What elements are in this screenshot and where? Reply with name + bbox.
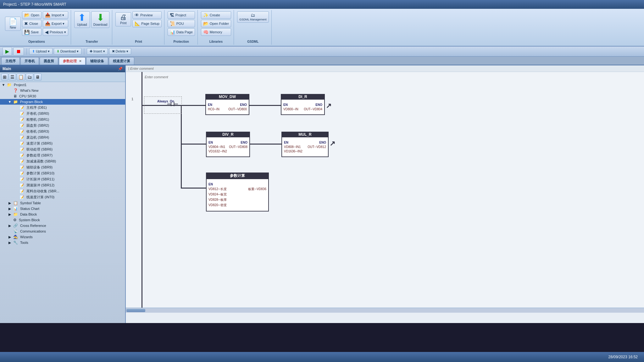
sidebar-item-main_ob1[interactable]: 📝主程序 (DB1) bbox=[0, 105, 125, 111]
sidebar-item-whats_new[interactable]: ❓What's New bbox=[0, 88, 125, 93]
sidebar-item-coiler_sbr3[interactable]: 📝收卷机 (SBR3) bbox=[0, 129, 125, 134]
sidebar-item-linespeed_int0[interactable]: 📝线速度计算 (INT0) bbox=[0, 194, 125, 200]
tree-expand-status_chart[interactable]: ▶ bbox=[8, 207, 12, 211]
sidebar-item-comms[interactable]: 📡Communications bbox=[0, 228, 125, 234]
tree-expand-symbol_table[interactable]: ▶ bbox=[8, 201, 12, 205]
save-button[interactable]: 💾 Save bbox=[22, 28, 42, 36]
tab-main-prog[interactable]: 主程序 bbox=[1, 57, 20, 65]
tree-expand-tools[interactable]: ▶ bbox=[8, 241, 12, 245]
mul-r-title: MUL_R bbox=[281, 132, 329, 137]
upload-button[interactable]: ⬆ Upload bbox=[74, 11, 90, 28]
sidebar-header: Main 📌 bbox=[0, 65, 125, 72]
delete-toolbar-button[interactable]: ✖ Delete ▾ bbox=[109, 48, 131, 55]
tree-icon-unwinder_sbr0: 📝 bbox=[19, 112, 24, 116]
mov-dw-hc0: HC0─IN bbox=[208, 107, 219, 111]
previous-button[interactable]: ◀ Previous ▾ bbox=[43, 28, 68, 36]
sidebar-item-circular_sbr2[interactable]: 📝圆盘剪 (SBR2) bbox=[0, 123, 125, 129]
sidebar-item-accel_sbr8[interactable]: 📝加减速函数 (SBR8) bbox=[0, 158, 125, 164]
sidebar-item-cpu_sr30[interactable]: 🖥CPU SR30 bbox=[0, 93, 125, 99]
preview-button[interactable]: 👁 Preview bbox=[132, 11, 162, 19]
tree-icon-aux_sbr9: 📝 bbox=[19, 165, 24, 170]
sidebar-item-program_block[interactable]: ▼📁Program Block bbox=[0, 99, 125, 105]
tree-label-linespeed_int0: 线速度计算 (INT0) bbox=[26, 195, 54, 200]
import-button[interactable]: 📥 Import ▾ bbox=[43, 11, 68, 19]
gsdml-button[interactable]: 🗂 GSDML Management bbox=[237, 11, 269, 23]
tree-label-program_block: Program Block bbox=[20, 100, 43, 104]
tree-expand-data_block[interactable]: ▶ bbox=[8, 212, 12, 217]
sidebar-item-length_sbr11[interactable]: 📝计长脉冲 (SBR11) bbox=[0, 176, 125, 182]
tree-expand-project1[interactable]: ▼ bbox=[1, 83, 6, 87]
sidebar-item-roughen_sbr1[interactable]: 📝粗整机 (SBR1) bbox=[0, 117, 125, 123]
main-area: Main 📌 ⊞ ☰ 📋 🗂 🖥 ▼📁Project1 ❓What's New … bbox=[0, 65, 644, 323]
rung-comment[interactable]: Enter comment bbox=[145, 75, 168, 79]
sidebar-item-wizards[interactable]: ▶🧙Wizards bbox=[0, 234, 125, 240]
export-button[interactable]: 📤 Export ▾ bbox=[43, 20, 68, 27]
tree-icon-coiler_sbr3: 📝 bbox=[19, 129, 24, 134]
sidebar-item-unwinder_sbr0[interactable]: 📝开卷机 (SBR0) bbox=[0, 111, 125, 117]
new-icon: 📄 bbox=[9, 18, 17, 25]
project-button[interactable]: 🏗 Project bbox=[168, 11, 195, 19]
memory-button[interactable]: 🧠 Memory bbox=[201, 28, 231, 36]
run-button[interactable]: ▶ bbox=[3, 47, 12, 56]
sidebar-item-symbol_table[interactable]: ▶📋Symbol Table bbox=[0, 200, 125, 206]
sidebar-item-paramcalc_sbr10[interactable]: 📝参数计算 (SBR10) bbox=[0, 170, 125, 176]
sidebar-item-project1[interactable]: ▼📁Project1 bbox=[0, 82, 125, 88]
sidebar-item-data_block[interactable]: ▶📁Data Block bbox=[0, 211, 125, 217]
sidebar-tool-4[interactable]: 🗂 bbox=[26, 74, 33, 80]
sidebar-item-system_block[interactable]: ⚙System Block bbox=[0, 217, 125, 223]
div-r-vd804-in1: VD804─IN1 bbox=[208, 145, 225, 149]
scrollbar-thumb[interactable] bbox=[126, 309, 145, 312]
sidebar-item-speed_sbr12[interactable]: 📝测速脉冲 (SBR12) bbox=[0, 182, 125, 188]
ribbon-group-libraries: ✨ Create 📂 Open Folder 🧠 Memory Librarie… bbox=[198, 10, 234, 45]
ribbon-group-protection: 🏗 Project 📜 POU 📊 Data Page Protection bbox=[165, 10, 198, 45]
open-button[interactable]: 📂 Open bbox=[22, 11, 42, 19]
sidebar-item-edge_sbr4[interactable]: 📝废边机 (SBR4) bbox=[0, 134, 125, 140]
download-toolbar-button[interactable]: ⬇ Download ▾ bbox=[54, 48, 81, 55]
sidebar-pin[interactable]: 📌 bbox=[118, 67, 123, 71]
stop-button[interactable]: ⏹ bbox=[13, 47, 24, 56]
param-calc-in3-row: VD828─板厚 bbox=[208, 198, 266, 202]
sidebar-item-tail_sbr[interactable]: 📝尾料自动收集 (SBR... bbox=[0, 188, 125, 194]
sidebar-tool-2[interactable]: ☰ bbox=[9, 74, 16, 80]
preview-label: Preview bbox=[140, 13, 153, 17]
sidebar-item-status_chart[interactable]: ▶📊Status Chart bbox=[0, 206, 125, 211]
download-button[interactable]: ⬇ Download bbox=[91, 11, 109, 28]
horizontal-scrollbar[interactable] bbox=[126, 308, 644, 313]
tab-param-proc[interactable]: 参数处理 ✕ bbox=[59, 57, 86, 65]
sidebar-item-speed_sbr5[interactable]: 📝速度计算 (SBR5) bbox=[0, 140, 125, 146]
sidebar-item-param_sbr7[interactable]: 📝参数处理 (SBR7) bbox=[0, 152, 125, 158]
page-setup-button[interactable]: 📐 Page Setup bbox=[132, 20, 162, 27]
open-folder-button[interactable]: 📂 Open Folder bbox=[201, 20, 231, 27]
tree-expand-program_block[interactable]: ▼ bbox=[8, 100, 12, 104]
create-button[interactable]: ✨ Create bbox=[201, 11, 231, 19]
tree-expand-cross_ref[interactable]: ▶ bbox=[8, 224, 12, 228]
print-button[interactable]: 🖨 Print bbox=[115, 12, 131, 26]
mov-dw-out: OUT─VD800 bbox=[228, 107, 247, 111]
tab-circular-cut[interactable]: 圆盘剪 bbox=[40, 57, 58, 65]
sidebar-tool-5[interactable]: 🖥 bbox=[34, 74, 42, 80]
wire-divr-mulr bbox=[250, 144, 281, 145]
sidebar-item-cross_ref[interactable]: ▶🔗Cross Reference bbox=[0, 223, 125, 228]
tree-expand-wizards[interactable]: ▶ bbox=[8, 235, 12, 239]
wire-contact-movdw bbox=[180, 105, 205, 106]
mov-dw-in-row: HC0─IN OUT─VD800 bbox=[208, 107, 247, 111]
pou-button[interactable]: 📜 POU bbox=[168, 20, 195, 27]
tab-aux-equip[interactable]: 辅助设备 bbox=[86, 57, 108, 65]
comment-bar[interactable]: | Enter comment bbox=[126, 65, 644, 72]
save-icon: 💾 bbox=[24, 30, 30, 35]
close-button[interactable]: ✖ Close bbox=[22, 20, 42, 27]
tree-icon-wizards: 🧙 bbox=[13, 235, 18, 239]
new-button[interactable]: 📄 New bbox=[5, 17, 21, 31]
tab-unwinder[interactable]: 开卷机 bbox=[20, 57, 39, 65]
upload-toolbar-button[interactable]: ⬆ Upload ▾ bbox=[29, 48, 53, 55]
sidebar-item-joint_sbr6[interactable]: 📝联动处理 (SBR6) bbox=[0, 146, 125, 152]
tab-line-speed[interactable]: 线速度计算 bbox=[109, 57, 134, 65]
sidebar-tool-3[interactable]: 📋 bbox=[17, 74, 25, 80]
tab-param-proc-close[interactable]: ✕ bbox=[79, 59, 81, 63]
download-icon: ⬇ bbox=[97, 13, 104, 22]
sidebar-tool-1[interactable]: ⊞ bbox=[1, 74, 8, 80]
data-page-button[interactable]: 📊 Data Page bbox=[168, 28, 195, 36]
insert-toolbar-button[interactable]: ✚ Insert ▾ bbox=[87, 48, 108, 55]
sidebar-item-aux_sbr9[interactable]: 📝辅助设备 (SBR9) bbox=[0, 164, 125, 170]
sidebar-item-tools[interactable]: ▶🔧Tools bbox=[0, 240, 125, 245]
